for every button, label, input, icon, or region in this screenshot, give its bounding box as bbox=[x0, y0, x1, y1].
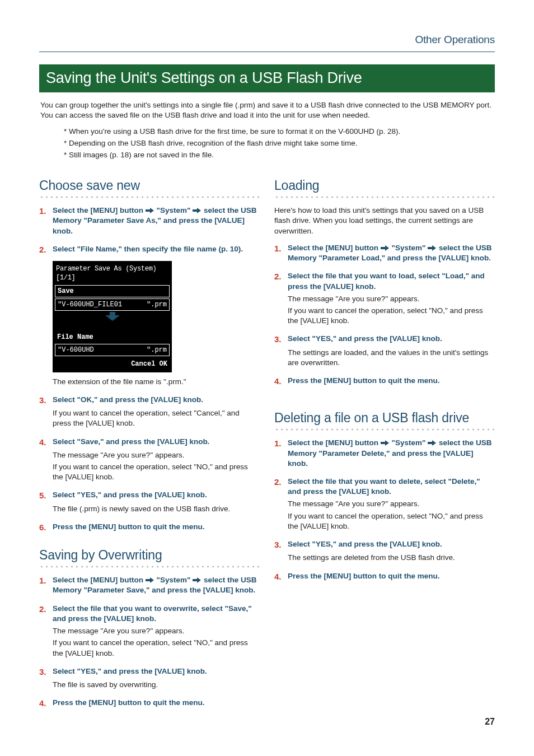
running-head: Other Operations bbox=[39, 32, 495, 52]
device-file-row: "V-600UHD_FILE01".prm bbox=[55, 298, 170, 311]
step-number: 1. bbox=[39, 206, 49, 217]
section-loading: Loading bbox=[274, 177, 495, 194]
step-number: 3. bbox=[39, 395, 49, 406]
page-number: 27 bbox=[485, 716, 495, 728]
step-text: Press the [MENU] button to quit the menu… bbox=[53, 698, 260, 708]
divider bbox=[39, 565, 260, 568]
divider bbox=[274, 195, 495, 199]
section-overwrite: Saving by Overwriting bbox=[39, 547, 260, 564]
step-text: Press the [MENU] button to quit the menu… bbox=[288, 376, 495, 386]
step-subtext: If you want to cancel the operation, sel… bbox=[288, 306, 495, 326]
step-subtext: If you want to cancel the operation, sel… bbox=[53, 462, 260, 482]
step-number: 4. bbox=[39, 437, 49, 448]
step-subtext: The file (.prm) is newly saved on the US… bbox=[53, 504, 260, 514]
loading-intro: Here's how to load this unit's settings … bbox=[274, 206, 495, 236]
section-deleting: Deleting a file on a USB flash drive bbox=[274, 409, 495, 427]
device-title: Parameter Save As (System) [1/1] bbox=[55, 263, 170, 283]
step-subtext: If you want to cancel the operation, sel… bbox=[288, 511, 495, 531]
step-number: 2. bbox=[274, 477, 284, 488]
step-subtext: If you want to cancel the operation, sel… bbox=[53, 638, 260, 658]
step-text: Select "OK," and press the [VALUE] knob. bbox=[53, 395, 260, 405]
section-save-new: Choose save new bbox=[39, 177, 260, 194]
arrow-right-icon bbox=[428, 440, 437, 446]
step-text: Select the file that you want to delete,… bbox=[288, 477, 495, 497]
arrow-right-icon bbox=[193, 207, 202, 214]
step-text: Press the [MENU] button to quit the menu… bbox=[53, 522, 260, 532]
step-text: Select "YES," and press the [VALUE] knob… bbox=[288, 334, 495, 344]
step-number: 3. bbox=[39, 666, 49, 678]
step-number: 2. bbox=[39, 604, 49, 615]
step-text: Press the [MENU] button to quit the menu… bbox=[288, 571, 495, 581]
step-text: Select the [MENU] button "System" select… bbox=[53, 206, 260, 236]
intro-text: You can group together the unit's settin… bbox=[40, 100, 495, 120]
arrow-down-icon bbox=[55, 312, 170, 324]
arrow-right-icon bbox=[428, 245, 437, 251]
step-subtext: The file is saved by overwriting. bbox=[53, 680, 260, 690]
step-number: 2. bbox=[39, 244, 49, 255]
step-subtext: The message "Are you sure?" appears. bbox=[53, 450, 260, 460]
step-number: 2. bbox=[274, 271, 284, 282]
step-subtext: The message "Are you sure?" appears. bbox=[288, 499, 495, 509]
device-section-label: File Name bbox=[55, 332, 170, 343]
step-text: Select "YES," and press the [VALUE] knob… bbox=[53, 490, 260, 500]
step-subtext: The settings are loaded, and the values … bbox=[288, 348, 495, 368]
device-screen: Parameter Save As (System) [1/1] Save "V… bbox=[53, 261, 172, 372]
note-item: Still images (p. 18) are not saved in th… bbox=[64, 150, 495, 160]
step-number: 4. bbox=[274, 571, 284, 582]
divider bbox=[39, 195, 260, 199]
step-subtext: If you want to cancel the operation, sel… bbox=[53, 408, 260, 428]
note-list: When you're using a USB flash drive for … bbox=[41, 127, 495, 161]
step-text: Select the file that you want to overwri… bbox=[53, 604, 260, 624]
step-text: Select the file that you want to load, s… bbox=[288, 271, 495, 291]
step-text: Select "YES," and press the [VALUE] knob… bbox=[288, 539, 495, 549]
arrow-right-icon bbox=[146, 207, 154, 214]
arrow-right-icon bbox=[381, 245, 390, 251]
step-text: Select "Save," and press the [VALUE] kno… bbox=[53, 437, 260, 447]
step-subtext: The settings are deleted from the USB fl… bbox=[288, 553, 495, 563]
note-item: When you're using a USB flash drive for … bbox=[64, 127, 495, 137]
device-save: Save bbox=[55, 285, 170, 297]
step-number: 1. bbox=[39, 575, 49, 586]
step-number: 1. bbox=[274, 243, 284, 254]
step-number: 4. bbox=[39, 698, 49, 709]
device-name-row: "V-600UHD".prm bbox=[55, 344, 170, 356]
step-number: 3. bbox=[274, 539, 284, 550]
page-title: Saving the Unit's Settings on a USB Flas… bbox=[39, 64, 495, 92]
step-text: Select the [MENU] button "System" select… bbox=[288, 438, 495, 469]
step-text: Select "YES," and press the [VALUE] knob… bbox=[53, 666, 260, 676]
step-text: Select the [MENU] button "System" select… bbox=[288, 243, 495, 263]
step-text: Select "File Name," then specify the fil… bbox=[53, 244, 260, 254]
arrow-right-icon bbox=[193, 577, 202, 584]
arrow-right-icon bbox=[146, 577, 154, 584]
divider bbox=[274, 428, 495, 431]
device-actions: Cancel OK bbox=[55, 357, 170, 370]
step-number: 5. bbox=[39, 490, 49, 501]
step-number: 6. bbox=[39, 522, 49, 533]
step-number: 1. bbox=[274, 438, 284, 449]
step-subtext: The extension of the file name is ".prm.… bbox=[53, 377, 260, 387]
step-number: 4. bbox=[274, 376, 284, 387]
note-item: Depending on the USB flash drive, recogn… bbox=[64, 138, 495, 148]
arrow-right-icon bbox=[381, 440, 390, 446]
step-subtext: The message "Are you sure?" appears. bbox=[288, 294, 495, 304]
step-number: 3. bbox=[274, 334, 284, 345]
step-subtext: The message "Are you sure?" appears. bbox=[53, 626, 260, 636]
step-text: Select the [MENU] button "System" select… bbox=[53, 575, 260, 595]
